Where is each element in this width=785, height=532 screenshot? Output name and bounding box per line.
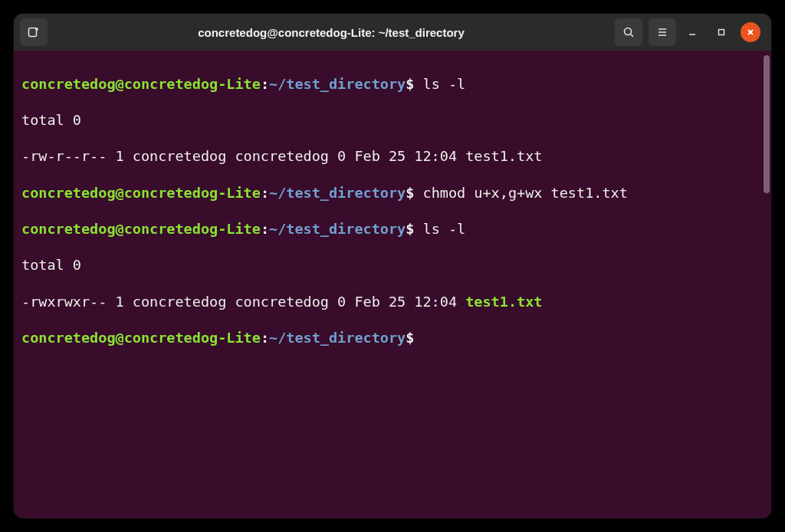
svg-line-4 — [631, 34, 634, 38]
output-line: -rwxrwxr-- 1 concretedog concretedog 0 F… — [21, 293, 764, 311]
hamburger-icon — [656, 26, 668, 38]
prompt-sep: : — [261, 185, 269, 201]
command-text: ls -l — [414, 221, 465, 237]
prompt-symbol: $ — [406, 330, 414, 346]
output-line: -rw-r--r-- 1 concretedog concretedog 0 F… — [21, 147, 764, 166]
prompt-sep: : — [261, 76, 269, 92]
prompt-path: ~/test_directory — [269, 185, 406, 201]
search-icon — [622, 26, 635, 38]
terminal-line: concretedog@concretedog-Lite:~/test_dire… — [21, 184, 764, 202]
prompt-symbol: $ — [406, 221, 414, 237]
prompt-user-host: concretedog@concretedog-Lite — [21, 221, 261, 237]
new-tab-button[interactable] — [20, 18, 48, 46]
file-perms: -rwxrwxr-- 1 concretedog concretedog 0 F… — [21, 294, 465, 310]
maximize-button[interactable] — [711, 22, 731, 42]
terminal-line: concretedog@concretedog-Lite:~/test_dire… — [21, 75, 764, 94]
prompt-user-host: concretedog@concretedog-Lite — [21, 76, 261, 92]
cursor — [414, 330, 422, 346]
terminal-line: concretedog@concretedog-Lite:~/test_dire… — [21, 220, 764, 238]
prompt-symbol: $ — [406, 185, 414, 201]
svg-point-3 — [625, 28, 632, 35]
file-name-executable: test1.txt — [465, 294, 542, 310]
prompt-user-host: concretedog@concretedog-Lite — [21, 330, 261, 346]
output-line: total 0 — [21, 111, 764, 130]
window-controls — [682, 22, 765, 42]
minimize-button[interactable] — [682, 22, 702, 42]
prompt-user-host: concretedog@concretedog-Lite — [21, 185, 261, 201]
prompt-sep: : — [261, 330, 269, 346]
titlebar: concretedog@concretedog-Lite: ~/test_dir… — [14, 14, 771, 51]
maximize-icon — [717, 28, 726, 37]
prompt-path: ~/test_directory — [269, 330, 406, 346]
prompt-path: ~/test_directory — [269, 221, 406, 237]
minimize-icon — [688, 28, 697, 37]
prompt-symbol: $ — [406, 76, 414, 92]
search-button[interactable] — [615, 18, 642, 46]
command-text: chmod u+x,g+wx test1.txt — [414, 185, 627, 201]
prompt-sep: : — [261, 221, 269, 237]
menu-button[interactable] — [649, 18, 676, 46]
scrollbar-thumb[interactable] — [764, 55, 770, 193]
command-text: ls -l — [414, 76, 465, 92]
window-title: concretedog@concretedog-Lite: ~/test_dir… — [54, 26, 609, 39]
terminal-body[interactable]: concretedog@concretedog-Lite:~/test_dire… — [14, 51, 771, 518]
close-button[interactable] — [741, 22, 760, 42]
prompt-path: ~/test_directory — [269, 76, 406, 92]
output-line: total 0 — [21, 256, 764, 274]
new-tab-icon — [28, 26, 40, 38]
svg-rect-9 — [719, 30, 724, 35]
terminal-window: concretedog@concretedog-Lite: ~/test_dir… — [14, 14, 771, 518]
close-icon — [746, 28, 755, 37]
terminal-line: concretedog@concretedog-Lite:~/test_dire… — [21, 329, 764, 347]
